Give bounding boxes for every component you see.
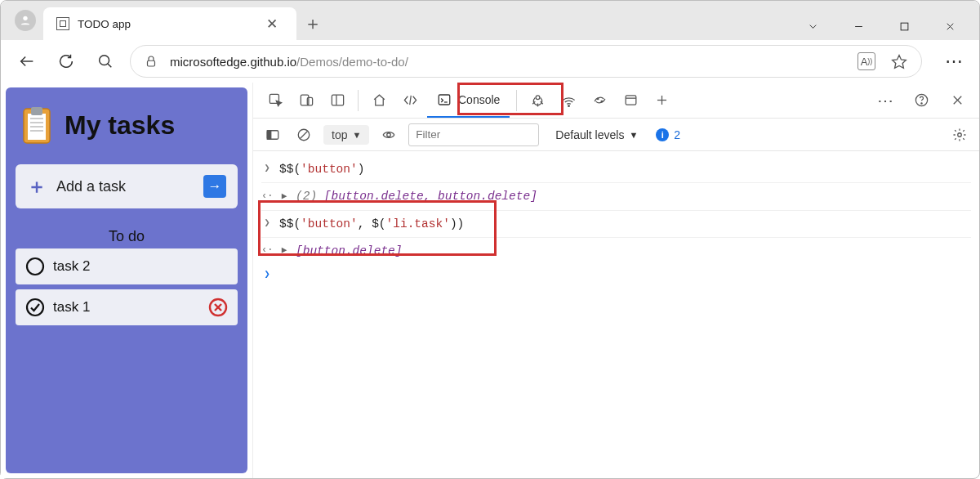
avatar-icon bbox=[15, 10, 36, 31]
prompt-caret-icon: ❯ bbox=[261, 266, 273, 284]
svg-point-36 bbox=[601, 101, 603, 102]
browser-menu-button[interactable]: ⋯ bbox=[942, 51, 968, 72]
clipboard-icon bbox=[20, 105, 53, 145]
add-task-label: Add a task bbox=[56, 178, 126, 195]
tab-title: TODO app bbox=[78, 18, 252, 30]
devtools-tabs: Console ⋯ bbox=[253, 83, 979, 119]
input-caret-icon: ❯ bbox=[261, 214, 273, 233]
task-label: task 1 bbox=[53, 299, 90, 316]
devtools-close-button[interactable] bbox=[943, 87, 971, 114]
console-settings-button[interactable] bbox=[948, 123, 971, 146]
back-button[interactable] bbox=[12, 47, 42, 76]
svg-rect-2 bbox=[901, 23, 908, 30]
task-row[interactable]: task 1 bbox=[16, 289, 238, 325]
welcome-tab-icon[interactable] bbox=[365, 87, 393, 114]
toggle-sidebar-button[interactable] bbox=[261, 123, 284, 146]
nav-bar: microsoftedge.github.io/Demos/demo-to-do… bbox=[1, 40, 979, 83]
browser-window: TODO app ✕ ＋ bbox=[0, 0, 980, 479]
read-aloud-button[interactable]: A)) bbox=[858, 52, 875, 70]
svg-point-35 bbox=[597, 98, 599, 100]
tab-actions-button[interactable] bbox=[790, 12, 835, 40]
minimize-button[interactable] bbox=[835, 12, 881, 40]
svg-rect-37 bbox=[626, 96, 636, 105]
profile-button[interactable] bbox=[7, 1, 43, 40]
browser-tab[interactable]: TODO app ✕ bbox=[43, 7, 296, 40]
window-controls bbox=[790, 7, 973, 40]
console-toolbar: top ▼ Default levels ▼ i 2 bbox=[253, 119, 979, 151]
separator bbox=[358, 90, 359, 111]
svg-line-27 bbox=[409, 96, 411, 105]
address-bar[interactable]: microsoftedge.github.io/Demos/demo-to-do… bbox=[130, 45, 922, 78]
issues-count: 2 bbox=[674, 128, 680, 141]
todo-section: To do task 2 task 1 bbox=[16, 222, 238, 330]
radio-checked-icon[interactable] bbox=[25, 298, 45, 317]
sources-tab-icon[interactable] bbox=[523, 87, 551, 114]
help-button[interactable] bbox=[907, 87, 935, 114]
console-output-line: ‹· ▶ [button.delete] bbox=[261, 238, 971, 264]
levels-label: Default levels bbox=[555, 128, 624, 141]
svg-point-6 bbox=[100, 56, 109, 65]
nav-search-button[interactable] bbox=[91, 47, 120, 76]
clear-console-button[interactable] bbox=[292, 123, 315, 146]
svg-line-48 bbox=[301, 131, 308, 138]
svg-point-34 bbox=[568, 105, 570, 107]
context-selector[interactable]: top ▼ bbox=[323, 125, 369, 145]
svg-rect-12 bbox=[31, 107, 42, 115]
log-levels-selector[interactable]: Default levels ▼ bbox=[555, 128, 638, 141]
output-caret-icon: ‹· bbox=[261, 241, 273, 260]
console-input-line: ❯ $$('button') bbox=[261, 156, 971, 183]
panel-layout-button[interactable] bbox=[323, 87, 351, 114]
new-tab-button[interactable]: ＋ bbox=[296, 7, 329, 40]
application-tab-icon[interactable] bbox=[617, 87, 644, 114]
submit-arrow-button[interactable]: → bbox=[203, 175, 226, 198]
issues-badge[interactable]: i 2 bbox=[656, 128, 680, 141]
elements-tab-icon[interactable] bbox=[396, 87, 424, 114]
issues-icon: i bbox=[656, 128, 669, 141]
svg-point-0 bbox=[23, 16, 27, 20]
more-tabs-button[interactable] bbox=[648, 87, 675, 114]
expand-icon[interactable]: ▶ bbox=[279, 188, 289, 205]
url-path: /Demos/demo-to-do/ bbox=[296, 55, 408, 69]
devtools-pane: Console ⋯ bbox=[252, 83, 979, 478]
console-prompt[interactable]: ❯ bbox=[261, 264, 971, 286]
svg-point-30 bbox=[536, 96, 540, 100]
refresh-button[interactable] bbox=[51, 47, 81, 76]
svg-rect-25 bbox=[332, 95, 343, 105]
context-label: top bbox=[332, 128, 347, 141]
devtools-menu-button[interactable]: ⋯ bbox=[871, 87, 899, 114]
filter-input[interactable] bbox=[408, 123, 539, 146]
content-area: My tasks ＋ Add a task → To do task 2 bbox=[1, 83, 979, 478]
svg-point-50 bbox=[958, 132, 962, 137]
svg-point-17 bbox=[27, 258, 43, 275]
performance-tab-icon[interactable] bbox=[586, 87, 613, 114]
console-input-line: ❯ $$('button', $('li.task')) bbox=[261, 211, 971, 238]
close-button[interactable] bbox=[927, 12, 973, 40]
todo-header: My tasks bbox=[16, 102, 238, 151]
console-tab-label: Console bbox=[458, 93, 500, 106]
svg-rect-8 bbox=[148, 60, 155, 66]
favorite-button[interactable] bbox=[890, 52, 908, 70]
delete-task-button[interactable] bbox=[208, 298, 228, 317]
tab-favicon-icon bbox=[56, 17, 69, 30]
add-task-button[interactable]: ＋ Add a task → bbox=[16, 164, 238, 208]
device-emulation-button[interactable] bbox=[292, 87, 320, 114]
console-body[interactable]: ❯ $$('button') ‹· ▶ (2) [button.delete, … bbox=[253, 151, 979, 291]
svg-point-42 bbox=[920, 103, 921, 104]
input-caret-icon: ❯ bbox=[261, 159, 273, 178]
task-row[interactable]: task 2 bbox=[16, 248, 238, 284]
live-expression-button[interactable] bbox=[377, 123, 400, 146]
todo-title: My tasks bbox=[65, 110, 175, 141]
plus-icon: ＋ bbox=[27, 173, 47, 199]
title-bar: TODO app ✕ ＋ bbox=[1, 1, 979, 40]
lock-icon bbox=[144, 54, 158, 69]
console-tab[interactable]: Console bbox=[427, 83, 510, 118]
maximize-button[interactable] bbox=[881, 12, 927, 40]
svg-point-49 bbox=[387, 132, 391, 137]
radio-unchecked-icon[interactable] bbox=[25, 257, 45, 276]
expand-icon[interactable]: ▶ bbox=[279, 242, 289, 259]
svg-marker-9 bbox=[893, 56, 906, 69]
svg-rect-46 bbox=[267, 130, 271, 139]
network-tab-icon[interactable] bbox=[555, 87, 582, 114]
inspect-element-button[interactable] bbox=[261, 87, 289, 114]
tab-close-button[interactable]: ✕ bbox=[261, 12, 283, 35]
